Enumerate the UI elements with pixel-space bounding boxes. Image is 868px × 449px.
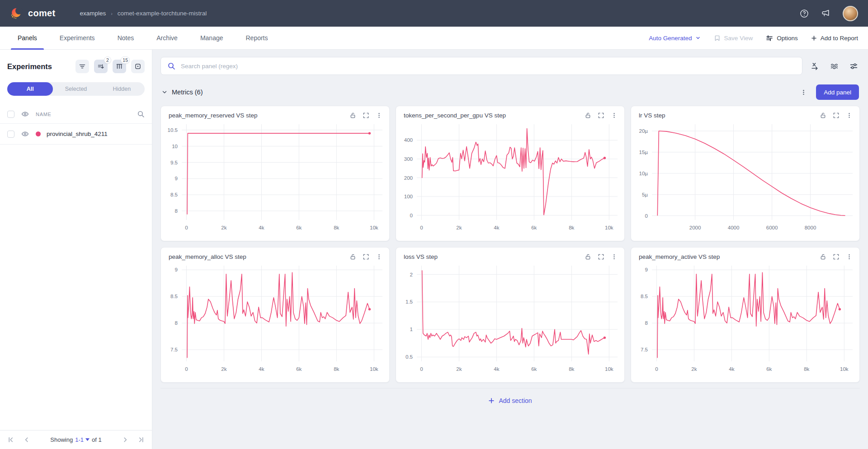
first-page-icon[interactable] (7, 436, 14, 443)
lock-icon[interactable] (585, 253, 591, 260)
tab-archive[interactable]: Archive (145, 27, 189, 50)
view-selector-dropdown[interactable]: Auto Generated (649, 35, 700, 42)
metric-panel: loss VS step 02k4k6k8k10k0.511.52 (396, 247, 625, 383)
group-icon[interactable] (131, 60, 145, 73)
last-page-icon[interactable] (138, 436, 145, 443)
save-view-button[interactable]: Save View (714, 35, 753, 42)
section-kebab-menu-icon[interactable] (800, 89, 807, 96)
filter-selected[interactable]: Selected (53, 82, 99, 96)
page-range-dropdown[interactable]: 1-1 (75, 436, 90, 443)
filter-all[interactable]: All (7, 82, 53, 96)
search-panel-input[interactable] (160, 57, 802, 75)
svg-text:4k: 4k (729, 366, 734, 372)
svg-text:9: 9 (645, 267, 648, 272)
svg-text:8.5: 8.5 (170, 192, 178, 197)
x-axis-settings-icon[interactable] (811, 62, 819, 70)
experiment-name: provincial_shrub_4211 (47, 131, 108, 137)
experiment-checkbox[interactable] (7, 131, 14, 138)
columns-icon[interactable]: 15 (113, 60, 126, 73)
tab-experiments[interactable]: Experiments (48, 27, 106, 50)
svg-text:6k: 6k (531, 366, 537, 372)
svg-text:2k: 2k (221, 225, 226, 230)
visibility-all-icon[interactable] (21, 110, 29, 118)
prev-page-icon[interactable] (23, 436, 30, 443)
add-panel-button[interactable]: Add panel (816, 84, 859, 100)
svg-text:4k: 4k (494, 366, 499, 372)
fullscreen-icon[interactable] (598, 112, 604, 119)
chart-settings-icon[interactable] (849, 62, 858, 70)
comet-logo[interactable]: comet (10, 7, 55, 20)
experiment-color-dot (36, 131, 41, 136)
line-chart[interactable]: 02k4k6k8k10k88.599.51010.5 (161, 120, 389, 234)
kebab-menu-icon[interactable] (611, 253, 618, 260)
next-page-icon[interactable] (122, 436, 129, 443)
svg-text:20µ: 20µ (639, 128, 648, 134)
user-avatar[interactable] (843, 6, 858, 21)
line-chart[interactable]: 200040006000800005µ10µ15µ20µ (631, 120, 859, 234)
tab-reports[interactable]: Reports (234, 27, 279, 50)
columns-count-badge: 15 (121, 56, 130, 64)
svg-text:9: 9 (175, 267, 178, 272)
line-chart[interactable]: 02k4k6k8k10k0.511.52 (396, 261, 624, 375)
tab-manage[interactable]: Manage (189, 27, 235, 50)
lock-icon[interactable] (820, 253, 826, 260)
help-icon[interactable] (800, 9, 809, 18)
svg-text:2k: 2k (456, 366, 462, 372)
breadcrumb-separator-icon: › (111, 11, 113, 16)
experiment-row[interactable]: provincial_shrub_4211 (0, 124, 152, 145)
lock-icon[interactable] (349, 253, 356, 260)
select-all-checkbox[interactable] (7, 111, 14, 118)
lock-icon[interactable] (585, 112, 591, 119)
smoothing-icon[interactable] (830, 62, 839, 70)
experiment-visibility-icon[interactable] (21, 130, 29, 138)
tab-panels[interactable]: Panels (6, 27, 48, 50)
svg-text:400: 400 (404, 137, 413, 143)
fullscreen-icon[interactable] (833, 112, 840, 119)
filter-icon[interactable] (75, 60, 89, 73)
tab-notes[interactable]: Notes (106, 27, 146, 50)
bookmark-icon (714, 35, 721, 42)
fullscreen-icon[interactable] (363, 253, 369, 260)
svg-text:10k: 10k (605, 366, 613, 372)
lock-icon[interactable] (820, 112, 826, 119)
line-chart[interactable]: 02k4k6k8k10k7.588.59 (161, 261, 389, 375)
svg-text:10k: 10k (605, 225, 613, 230)
svg-text:6k: 6k (766, 366, 772, 372)
metric-panel: lr VS step 200040006000800005µ10µ15µ20µ (631, 106, 860, 241)
panel-title: lr VS step (639, 112, 820, 119)
filter-hidden[interactable]: Hidden (99, 82, 145, 96)
kebab-menu-icon[interactable] (376, 253, 382, 260)
announcements-icon[interactable] (821, 9, 830, 18)
kebab-menu-icon[interactable] (376, 112, 382, 119)
top-bar: comet examples › comet-example-torchtune… (0, 0, 868, 27)
svg-text:6k: 6k (531, 225, 537, 230)
options-button[interactable]: Options (766, 34, 798, 42)
experiment-search-icon[interactable] (137, 110, 145, 118)
svg-text:8000: 8000 (805, 225, 816, 230)
sort-icon[interactable]: 2 (94, 60, 108, 73)
breadcrumb-workspace[interactable]: examples (80, 10, 106, 17)
fullscreen-icon[interactable] (833, 253, 840, 260)
kebab-menu-icon[interactable] (846, 112, 853, 119)
showing-label: Showing (50, 436, 73, 443)
fullscreen-icon[interactable] (363, 112, 369, 119)
kebab-menu-icon[interactable] (611, 112, 618, 119)
line-chart[interactable]: 02k4k6k8k10k0100200300400 (396, 120, 624, 234)
section-collapse-icon[interactable] (161, 89, 168, 95)
svg-text:4k: 4k (259, 225, 264, 230)
svg-text:2k: 2k (691, 366, 697, 372)
svg-text:2000: 2000 (689, 225, 701, 230)
svg-text:8: 8 (175, 208, 178, 214)
breadcrumb: examples › comet-example-torchtune-mistr… (80, 10, 207, 17)
fullscreen-icon[interactable] (598, 253, 604, 260)
line-chart[interactable]: 02k4k6k8k10k7.588.59 (631, 261, 859, 375)
kebab-menu-icon[interactable] (846, 253, 853, 260)
lock-icon[interactable] (349, 112, 356, 119)
breadcrumb-project[interactable]: comet-example-torchtune-mistral (118, 10, 207, 17)
add-section-button[interactable]: Add section (486, 397, 534, 405)
svg-text:0: 0 (420, 225, 423, 230)
svg-text:2k: 2k (456, 225, 462, 230)
svg-text:6k: 6k (296, 366, 302, 372)
svg-text:7.5: 7.5 (170, 347, 178, 352)
add-to-report-button[interactable]: Add to Report (811, 35, 858, 42)
